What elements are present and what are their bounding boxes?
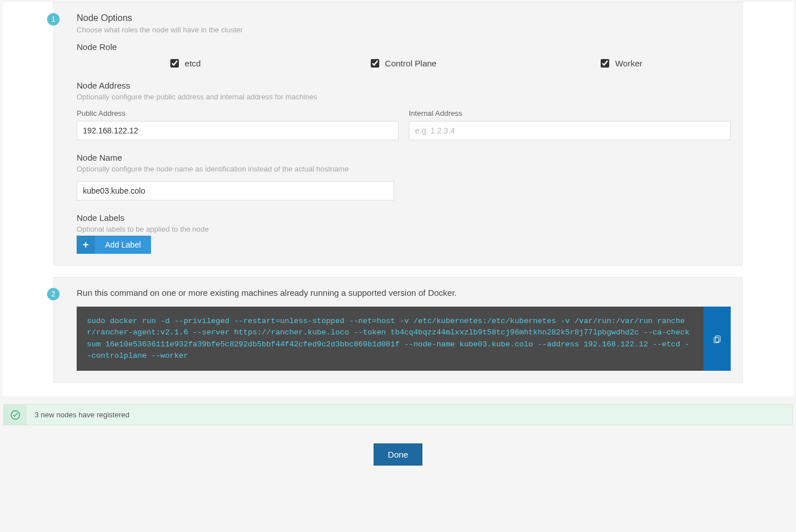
plus-icon: +: [77, 236, 95, 254]
public-address-col: Public Address: [77, 109, 399, 140]
node-name-input[interactable]: [77, 181, 394, 200]
nodes-registered-alert: 3 new nodes have registered: [3, 404, 793, 425]
internal-address-input[interactable]: [409, 121, 731, 140]
role-etcd-checkbox[interactable]: [170, 59, 179, 68]
done-button[interactable]: Done: [374, 443, 422, 466]
command-text[interactable]: sudo docker run -d --privileged --restar…: [77, 307, 703, 371]
public-address-label: Public Address: [77, 109, 399, 118]
node-options-title: Node Options: [77, 13, 731, 23]
success-icon: [4, 405, 27, 425]
role-control-plane-label: Control Plane: [385, 58, 437, 68]
node-address-subtitle: Optionally configure the public address …: [77, 93, 731, 101]
node-role-row: etcd Control Plane Worker: [77, 58, 731, 68]
run-command-heading: Run this command on one or more existing…: [77, 288, 731, 298]
step-badge-1: 1: [47, 13, 60, 26]
address-row: Public Address Internal Address: [77, 109, 731, 140]
node-name-heading: Node Name: [77, 153, 731, 162]
node-labels-heading: Node Labels: [77, 213, 731, 223]
role-worker[interactable]: Worker: [513, 58, 731, 68]
internal-address-col: Internal Address: [409, 109, 731, 140]
node-labels-subtitle: Optional labels to be applied to the nod…: [77, 225, 731, 233]
step-node-options: 1 Node Options Choose what roles the nod…: [53, 2, 743, 266]
role-worker-checkbox[interactable]: [601, 59, 609, 68]
node-role-heading: Node Role: [77, 42, 731, 52]
command-row: sudo docker run -d --privileged --restar…: [77, 307, 731, 371]
node-address-heading: Node Address: [77, 81, 731, 90]
alert-text: 3 new nodes have registered: [27, 405, 137, 425]
role-control-plane[interactable]: Control Plane: [295, 58, 513, 68]
public-address-input[interactable]: [77, 121, 399, 140]
svg-rect-0: [715, 336, 720, 342]
role-etcd-label: etcd: [185, 58, 200, 68]
role-etcd[interactable]: etcd: [77, 58, 295, 68]
role-control-plane-checkbox[interactable]: [371, 59, 379, 68]
step-badge-2: 2: [47, 288, 60, 300]
node-options-subtitle: Choose what roles the node will have in …: [77, 26, 731, 34]
add-label-text: Add Label: [95, 236, 151, 254]
role-worker-label: Worker: [615, 58, 642, 68]
step-run-command: 2 Run this command on one or more existi…: [53, 277, 743, 383]
internal-address-label: Internal Address: [409, 109, 731, 118]
clipboard-icon: [713, 334, 722, 344]
copy-button[interactable]: [703, 307, 731, 371]
add-label-button[interactable]: + Add Label: [77, 236, 151, 254]
node-name-subtitle: Optionally configure the node name as id…: [77, 165, 731, 173]
